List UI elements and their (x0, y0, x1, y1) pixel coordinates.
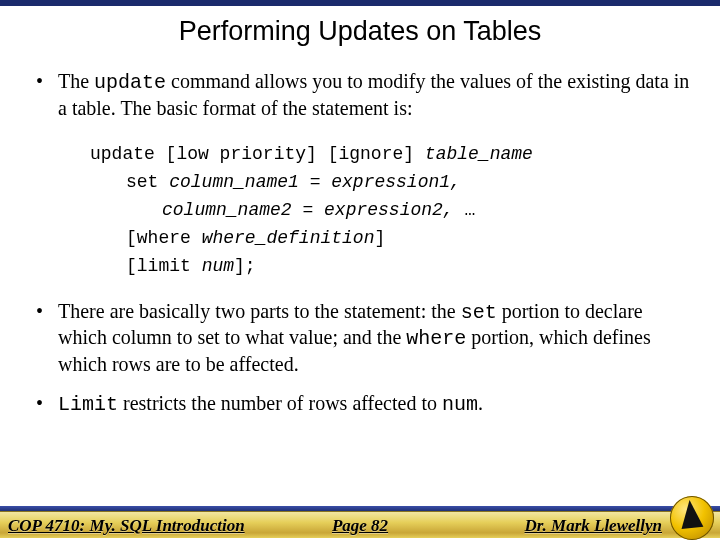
code-line-5: [limit num]; (90, 253, 690, 281)
l2b: column_name1 = expression1, (169, 172, 461, 192)
l5b: num (202, 256, 234, 276)
bullet-1: The update command allows you to modify … (30, 69, 690, 121)
footer: COP 4710: My. SQL Introduction Page 82 D… (0, 504, 720, 540)
l4c: ] (374, 228, 385, 248)
footer-left: COP 4710: My. SQL Introduction (8, 516, 245, 536)
l4b: where_definition (202, 228, 375, 248)
slide: Performing Updates on Tables The update … (0, 0, 720, 540)
b2-code2: where (406, 327, 466, 350)
slide-body: The update command allows you to modify … (0, 47, 720, 418)
bullet-3: Limit restricts the number of rows affec… (30, 391, 690, 418)
l1b: table_name (425, 144, 533, 164)
top-rule (0, 0, 720, 6)
b1-pre: The (58, 70, 94, 92)
b3-code2: num (442, 393, 478, 416)
bullet-list: The update command allows you to modify … (30, 69, 690, 121)
l5c: ]; (234, 256, 256, 276)
b2a: There are basically two parts to the sta… (58, 300, 461, 322)
slide-title: Performing Updates on Tables (0, 0, 720, 47)
b3-mid: restricts the number of rows affected to (118, 392, 442, 414)
l2a: set (126, 172, 169, 192)
bullet-list-2: There are basically two parts to the sta… (30, 299, 690, 418)
footer-center: Page 82 (332, 516, 388, 536)
l3a: column_name2 = expression2, (162, 200, 464, 220)
b1-code: update (94, 71, 166, 94)
code-line-4: [where where_definition] (90, 225, 690, 253)
l1a: update [low priority] [ignore] (90, 144, 425, 164)
l5a: [limit (126, 256, 202, 276)
code-line-3: column_name2 = expression2, … (90, 197, 690, 225)
footer-right: Dr. Mark Llewellyn (525, 516, 662, 536)
b3-code: Limit (58, 393, 118, 416)
code-line-2: set column_name1 = expression1, (90, 169, 690, 197)
logo-wedge (679, 499, 704, 529)
ucf-logo (670, 496, 714, 540)
b3-end: . (478, 392, 483, 414)
l3b: … (464, 200, 475, 220)
b2-code1: set (461, 301, 497, 324)
code-line-1: update [low priority] [ignore] table_nam… (90, 141, 690, 169)
l4a: [where (126, 228, 202, 248)
code-block: update [low priority] [ignore] table_nam… (30, 135, 690, 286)
bullet-2: There are basically two parts to the sta… (30, 299, 690, 378)
